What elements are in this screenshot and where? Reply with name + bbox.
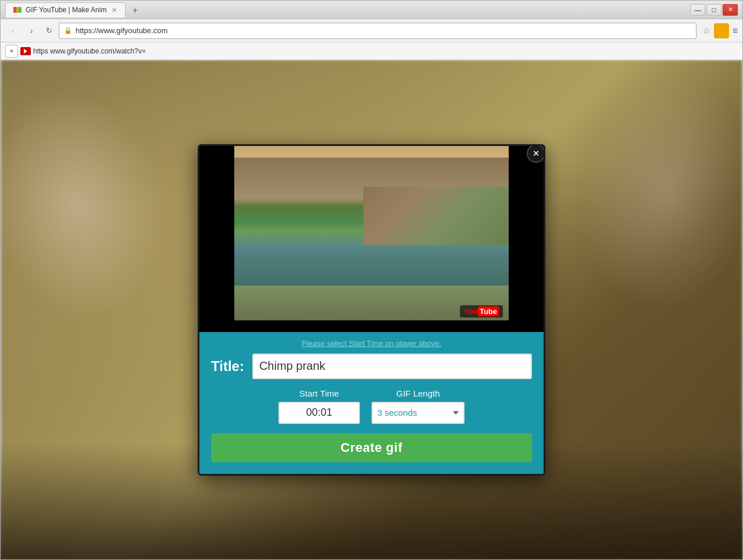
browser-frame: GIF YouTube | Make Anim ✕ + — □ ✕ ‹ › ↻ … — [0, 0, 743, 560]
bookmark-star-button[interactable]: ☆ — [702, 25, 710, 36]
video-player[interactable]: YouTube — [199, 146, 544, 332]
bookmark-youtube-favicon — [20, 47, 31, 55]
form-area: Please select Start Time on player above… — [199, 332, 544, 474]
start-time-input[interactable] — [278, 402, 360, 424]
start-time-group: Start Time — [278, 388, 360, 424]
youtube-logo-tube: Tube — [478, 306, 499, 316]
title-bar-left: GIF YouTube | Make Anim ✕ + — [5, 2, 142, 17]
tab-close-button[interactable]: ✕ — [110, 6, 118, 14]
start-time-hint: Please select Start Time on player above… — [211, 339, 532, 348]
refresh-button[interactable]: ↻ — [42, 24, 55, 37]
tab-favicon — [13, 5, 22, 15]
active-tab[interactable]: GIF YouTube | Make Anim ✕ — [5, 2, 126, 17]
title-row: Title: — [211, 354, 532, 379]
forward-button[interactable]: › — [24, 23, 39, 38]
tab-bar: GIF YouTube | Make Anim ✕ + — [5, 2, 142, 17]
lock-icon: 🔒 — [64, 27, 72, 34]
gif-length-select[interactable]: 1 second 2 seconds 3 seconds 4 seconds 5… — [371, 402, 465, 424]
fields-row: Start Time GIF Length 1 second 2 seconds… — [211, 388, 532, 424]
gif-length-label: GIF Length — [396, 388, 440, 398]
create-gif-button[interactable]: Create gif — [211, 433, 532, 462]
url-text: https://www.gifyoutube.com — [76, 26, 167, 35]
favicon-stripes — [13, 7, 22, 13]
gif-create-dialog: ✕ YouTube — [198, 144, 545, 476]
url-bar[interactable]: 🔒 https://www.gifyoutube.com — [59, 23, 696, 39]
start-time-label: Start Time — [299, 388, 339, 398]
page-content: ✕ YouTube — [1, 60, 742, 559]
close-button[interactable]: ✕ — [723, 4, 738, 16]
gif-length-group: GIF Length 1 second 2 seconds 3 seconds … — [371, 388, 465, 424]
maximize-button[interactable]: □ — [706, 4, 721, 16]
youtube-logo-text: YouTube — [464, 307, 499, 316]
youtube-watermark: YouTube — [460, 305, 503, 318]
menu-button[interactable]: ≡ — [733, 26, 738, 36]
minimize-button[interactable]: — — [690, 4, 705, 16]
new-tab-button[interactable]: + — [128, 3, 142, 17]
bookmark-url-text: https www.gifyoutube.com/watch?v= — [33, 47, 146, 55]
youtube-logo-you: You — [464, 307, 478, 316]
dialog-close-button[interactable]: ✕ — [527, 144, 545, 163]
tab-label: GIF YouTube | Make Anim — [26, 6, 106, 14]
modal-overlay: ✕ YouTube — [1, 60, 742, 559]
back-button[interactable]: ‹ — [5, 23, 20, 38]
close-icon: ✕ — [533, 149, 540, 158]
video-grass — [363, 187, 509, 245]
profile-button[interactable] — [714, 23, 729, 38]
title-bar: GIF YouTube | Make Anim ✕ + — □ ✕ — [1, 1, 742, 19]
video-water — [234, 245, 509, 286]
title-label: Title: — [211, 358, 244, 374]
address-bar: ‹ › ↻ 🔒 https://www.gifyoutube.com ☆ ≡ — [1, 19, 742, 42]
bookmark-add-button[interactable]: + — [5, 45, 18, 58]
window-controls: — □ ✕ — [690, 4, 738, 16]
bookmark-bar: + https www.gifyoutube.com/watch?v= — [1, 42, 742, 60]
title-input[interactable] — [252, 354, 532, 379]
